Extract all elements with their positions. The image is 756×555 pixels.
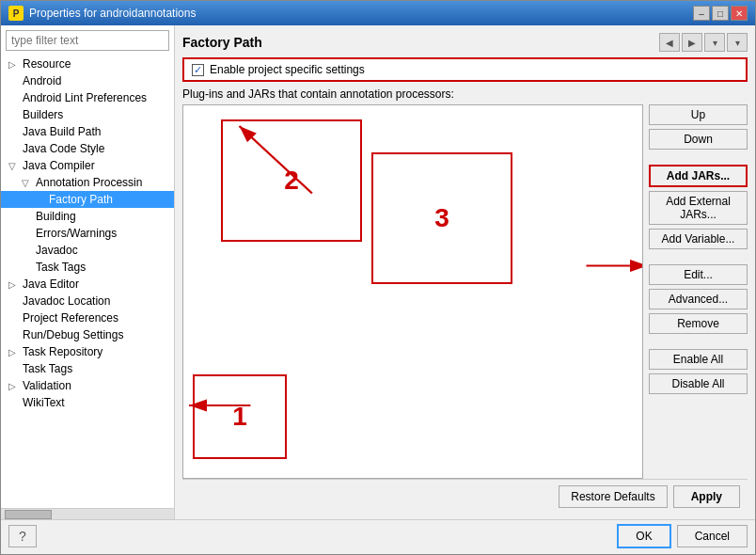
expand-icon: ▽ [8,161,20,171]
right-header: Factory Path ◀ ▶ ▾ ▾ [182,33,748,52]
tree-area: ▷ Resource Android Android Lint Preferen… [1,56,174,508]
sidebar-item-validation[interactable]: ▷ Validation [1,377,174,394]
minimize-button[interactable]: – [693,6,710,21]
sidebar-item-java-code-style[interactable]: Java Code Style [1,140,174,157]
expand-icon: ▷ [8,59,20,70]
annotation-box-3: 3 [371,152,512,284]
add-jars-button[interactable]: Add JARs... [649,165,748,187]
expand-icon: ▷ [8,381,20,391]
sidebar-item-javadoc-location[interactable]: Javadoc Location [1,293,174,309]
sidebar-item-run-debug[interactable]: Run/Debug Settings [1,326,174,343]
expand-icon: ▷ [8,347,20,357]
sidebar-item-java-build-path[interactable]: Java Build Path [1,123,174,140]
advanced-button[interactable]: Advanced... [649,289,748,309]
enable-settings-container: ✓ Enable project specific settings [182,57,748,82]
right-panel: Factory Path ◀ ▶ ▾ ▾ ✓ Enable project sp… [175,25,755,519]
close-button[interactable]: ✕ [731,6,748,21]
restore-defaults-button[interactable]: Restore Defaults [559,485,667,508]
window-controls: – □ ✕ [693,6,748,21]
expand-icon: ▷ [8,279,20,290]
window-title: Properties for androidannotations [29,7,196,20]
help-button[interactable]: ? [8,525,37,547]
enable-all-button[interactable]: Enable All [649,349,748,370]
remove-button[interactable]: Remove [649,313,748,334]
maximize-button[interactable]: □ [712,6,729,21]
plugins-label: Plug-ins and JARs that contain annotatio… [182,87,748,101]
annotation-box-2: 2 [221,119,362,242]
sidebar-item-java-editor[interactable]: ▷ Java Editor [1,276,174,293]
add-variable-button[interactable]: Add Variable... [649,229,748,249]
dialog-window: P Properties for androidannotations – □ … [0,0,756,555]
side-buttons-panel: Up Down Add JARs... Add External JARs...… [649,104,748,479]
sidebar-item-task-tags2[interactable]: Task Tags [1,360,174,377]
nav-forward-button[interactable]: ▶ [682,33,702,52]
page-title: Factory Path [182,35,262,50]
sidebar-item-javadoc[interactable]: Javadoc [1,242,174,259]
sidebar-item-building[interactable]: Building [1,208,174,225]
disable-all-button[interactable]: Disable All [649,373,748,394]
horizontal-scrollbar[interactable] [1,508,174,519]
title-bar: P Properties for androidannotations – □ … [1,1,755,25]
filter-input[interactable] [6,30,169,51]
sidebar-item-task-tags[interactable]: Task Tags [1,259,174,276]
nav-back-button[interactable]: ◀ [659,33,680,52]
apply-button[interactable]: Apply [673,485,740,508]
nav-dropdown-button[interactable]: ▾ [704,33,725,52]
sidebar-item-builders[interactable]: Builders [1,106,174,123]
sidebar-item-project-references[interactable]: Project References [1,309,174,326]
ok-button[interactable]: OK [617,524,670,548]
main-content-area: 2 1 3 [182,104,748,479]
sidebar-item-factory-path[interactable]: Factory Path [1,191,174,208]
cancel-button[interactable]: Cancel [677,525,748,547]
enable-settings-checkbox[interactable]: ✓ [192,64,204,76]
sidebar-item-android-lint[interactable]: Android Lint Preferences [1,89,174,106]
sidebar-item-annotation-processing[interactable]: ▽ Annotation Processin [1,174,174,191]
left-panel: ▷ Resource Android Android Lint Preferen… [1,25,175,519]
bottom-action-bar: Restore Defaults Apply [182,479,748,512]
add-external-jars-button[interactable]: Add External JARs... [649,191,748,225]
sidebar-item-resource[interactable]: ▷ Resource [1,56,174,72]
expand-icon: ▽ [22,178,33,188]
nav-menu-button[interactable]: ▾ [727,33,748,52]
sidebar-item-wikitext[interactable]: WikiText [1,394,174,411]
down-button[interactable]: Down [649,129,748,150]
content-area: ▷ Resource Android Android Lint Preferen… [1,25,755,519]
nav-buttons: ◀ ▶ ▾ ▾ [659,33,748,52]
up-button[interactable]: Up [649,104,748,125]
annotation-box-1: 1 [193,374,287,459]
jar-list[interactable]: 2 1 3 [182,104,643,479]
dialog-footer: ? OK Cancel [1,519,755,554]
edit-button[interactable]: Edit... [649,264,748,285]
sidebar-item-task-repository[interactable]: ▷ Task Repository [1,343,174,360]
sidebar-item-android[interactable]: Android [1,72,174,89]
sidebar-item-java-compiler[interactable]: ▽ Java Compiler [1,157,174,174]
sidebar-item-errors-warnings[interactable]: Errors/Warnings [1,225,174,242]
enable-settings-label: Enable project specific settings [210,63,365,76]
app-icon: P [8,6,24,21]
